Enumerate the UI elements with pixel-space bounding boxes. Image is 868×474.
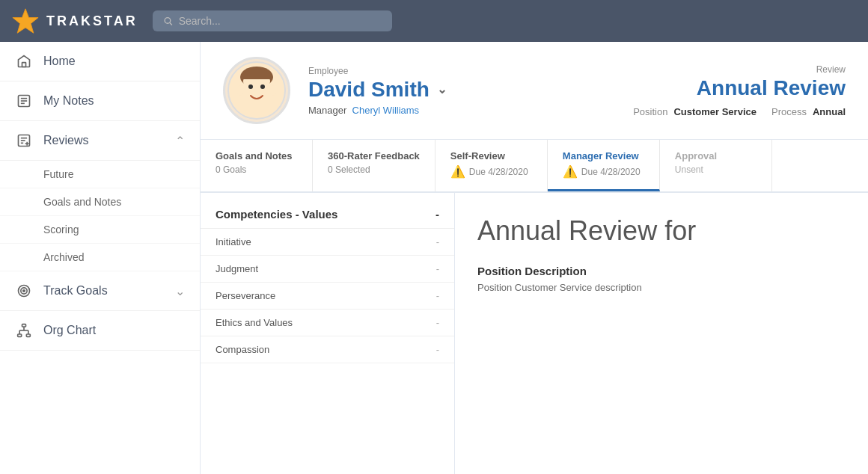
competencies-panel: Competencies - Values - Initiative - Jud… (201, 193, 455, 474)
position-desc-label: Position Description (477, 265, 846, 277)
position-desc-text: Position Customer Service description (477, 282, 846, 293)
sidebar-sub-item-scoring[interactable]: Scoring (0, 216, 200, 244)
review-info: Review Annual Review Position Customer S… (633, 64, 846, 117)
sidebar-sub-item-future[interactable]: Future (0, 161, 200, 188)
svg-point-27 (248, 84, 253, 89)
review-label: Review (633, 64, 846, 75)
sidebar-label-future: Future (43, 168, 73, 180)
tab-approval[interactable]: Approval Unsent (660, 140, 772, 191)
svg-rect-17 (22, 324, 26, 327)
sidebar: Home My Notes (0, 42, 201, 474)
review-content: Competencies - Values - Initiative - Jud… (201, 193, 868, 474)
org-chart-icon (15, 321, 33, 339)
review-for-title: Annual Review for (477, 215, 846, 247)
svg-marker-0 (13, 9, 38, 33)
sidebar-label-goals-notes: Goals and Notes (43, 196, 121, 208)
svg-rect-19 (26, 334, 30, 336)
app-name: TRAKSTAR (46, 13, 138, 29)
home-icon (15, 52, 33, 70)
tab-360-rater[interactable]: 360-Rater Feedback 0 Selected (313, 140, 435, 191)
comp-item-ethics[interactable]: Ethics and Values - (201, 310, 454, 336)
employee-header: Employee David Smith ⌄ Manager Cheryl Wi… (201, 42, 868, 140)
sidebar-label-home: Home (43, 55, 76, 68)
tab-manager-review[interactable]: Manager Review ⚠️ Due 4/28/2020 (548, 140, 660, 191)
sidebar-item-home[interactable]: Home (0, 42, 200, 81)
employee-name-chevron-icon[interactable]: ⌄ (437, 82, 447, 96)
avatar-image (227, 61, 287, 120)
tabs-bar: Goals and Notes 0 Goals 360-Rater Feedba… (201, 140, 868, 193)
svg-line-2 (170, 22, 172, 25)
competencies-title: Competencies - Values (216, 208, 337, 221)
search-icon (163, 16, 173, 26)
employee-name: David Smith ⌄ (308, 78, 615, 102)
sidebar-label-org-chart: Org Chart (43, 324, 96, 337)
search-box[interactable] (153, 10, 392, 31)
main-layout: Home My Notes (0, 42, 868, 474)
svg-point-28 (260, 84, 265, 89)
top-navigation: TRAKSTAR (0, 0, 868, 42)
employee-avatar (223, 57, 290, 124)
manager-link[interactable]: Cheryl Williams (352, 105, 420, 116)
sidebar-item-org-chart[interactable]: Org Chart (0, 311, 200, 351)
sidebar-label-my-notes: My Notes (43, 94, 94, 108)
manager-review-warning-icon: ⚠️ (563, 164, 578, 179)
sidebar-item-my-notes[interactable]: My Notes (0, 81, 200, 121)
sidebar-sub-item-goals-notes[interactable]: Goals and Notes (0, 188, 200, 216)
content-area: Employee David Smith ⌄ Manager Cheryl Wi… (201, 42, 868, 474)
logo-area: TRAKSTAR (12, 7, 138, 34)
tab-goals-notes[interactable]: Goals and Notes 0 Goals (201, 140, 313, 191)
svg-point-29 (236, 85, 244, 96)
track-goals-chevron-icon: ⌄ (175, 284, 185, 298)
reviews-chevron-icon: ⌃ (175, 134, 185, 148)
target-icon (15, 282, 33, 300)
review-title: Annual Review (633, 76, 846, 100)
comp-item-judgment[interactable]: Judgment - (201, 256, 454, 283)
competencies-dash: - (435, 208, 439, 221)
sidebar-item-track-goals[interactable]: Track Goals ⌄ (0, 271, 200, 311)
review-meta-position: Position Customer Service (633, 106, 757, 117)
comp-item-initiative[interactable]: Initiative - (201, 229, 454, 256)
sidebar-label-reviews: Reviews (43, 134, 88, 147)
comp-item-compassion[interactable]: Compassion - (201, 336, 454, 363)
sidebar-label-track-goals: Track Goals (43, 284, 108, 298)
svg-point-16 (23, 290, 25, 292)
tab-self-review[interactable]: Self-Review ⚠️ Due 4/28/2020 (435, 140, 548, 191)
notes-icon (15, 92, 33, 110)
sidebar-label-archived: Archived (43, 251, 84, 263)
sidebar-label-scoring: Scoring (43, 224, 79, 236)
svg-point-1 (165, 18, 171, 24)
comp-item-perseverance[interactable]: Perseverance - (201, 283, 454, 310)
review-meta-process: Process Annual (771, 106, 846, 117)
reviews-icon (15, 132, 33, 150)
trakstar-logo-icon (12, 7, 39, 34)
search-input[interactable] (179, 15, 382, 27)
self-review-warning-icon: ⚠️ (450, 164, 465, 179)
review-meta: Position Customer Service Process Annual (633, 106, 846, 117)
sidebar-item-reviews[interactable]: Reviews ⌃ (0, 121, 200, 161)
svg-rect-3 (22, 63, 26, 67)
review-description: Annual Review for Position Description P… (455, 193, 868, 474)
manager-row: Manager Cheryl Williams (308, 105, 615, 116)
svg-point-30 (269, 85, 277, 96)
competencies-header: Competencies - Values - (201, 208, 454, 229)
svg-rect-18 (18, 334, 22, 336)
sidebar-sub-item-archived[interactable]: Archived (0, 244, 200, 271)
employee-label: Employee (308, 66, 615, 76)
employee-info: Employee David Smith ⌄ Manager Cheryl Wi… (308, 66, 615, 116)
